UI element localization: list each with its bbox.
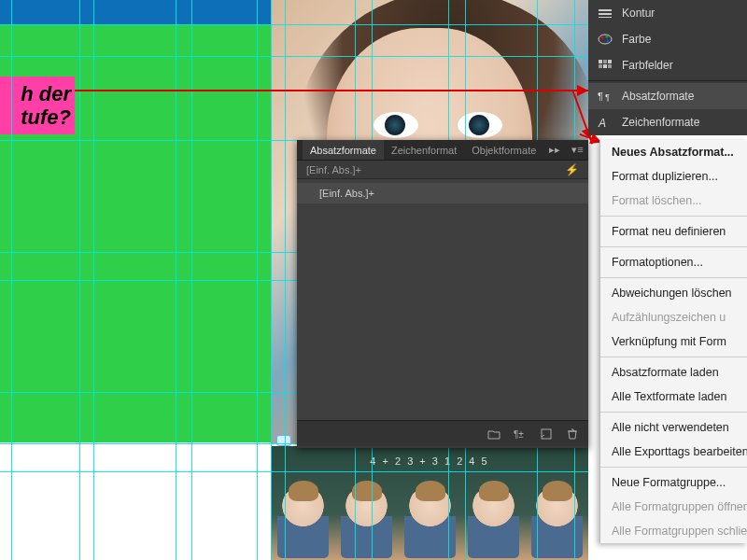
rail-item-farbe[interactable]: Farbe	[588, 26, 747, 52]
panel-footer: ¶±	[297, 420, 588, 446]
link-icon	[276, 435, 291, 446]
blue-rectangle	[0, 0, 271, 24]
svg-rect-10	[599, 64, 602, 68]
menu-neue-formatgruppe[interactable]: Neue Formatgruppe...	[600, 470, 747, 495]
paragraph-styles-icon: ¶¶	[598, 90, 613, 103]
rail-label: Farbe	[622, 33, 651, 46]
menu-format-duplizieren[interactable]: Format duplizieren...	[600, 164, 747, 189]
svg-rect-7	[599, 60, 602, 63]
menu-aufzaehlungszeichen: Aufzählungszeichen u	[600, 305, 747, 329]
menu-verknuepfung[interactable]: Verknüpfung mit Form	[600, 329, 747, 354]
menu-formatoptionen[interactable]: Formatoptionen...	[600, 250, 747, 274]
menu-format-neu-definieren[interactable]: Format neu definieren	[600, 219, 747, 244]
text-line: tufe?	[21, 105, 71, 129]
rail-label: Kontur	[622, 7, 655, 20]
svg-text:¶: ¶	[598, 91, 603, 102]
rail-item-absatzformate[interactable]: ¶¶ Absatzformate	[588, 83, 747, 109]
swatches-icon	[598, 59, 613, 72]
menu-alle-textformate-laden[interactable]: Alle Textformate laden	[600, 385, 747, 409]
tab-absatzformate[interactable]: Absatzformate	[303, 140, 384, 160]
menu-abweichungen-loeschen[interactable]: Abweichungen löschen	[600, 281, 747, 305]
menu-format-loeschen: Format löschen...	[600, 189, 747, 213]
panel-dock: Kontur Farbe Farbfelder ¶¶ Absatzformate…	[588, 0, 747, 135]
menu-alle-exporttags[interactable]: Alle Exporttags bearbeiten	[600, 440, 747, 464]
rail-label: Zeichenformate	[622, 116, 699, 129]
style-list[interactable]: [Einf. Abs.]+	[297, 179, 588, 420]
svg-rect-2	[599, 17, 612, 18]
svg-rect-1	[599, 13, 612, 15]
menu-absatzformate-laden[interactable]: Absatzformate laden	[600, 360, 747, 385]
menu-alle-nicht-verwendeten[interactable]: Alle nicht verwendeten	[600, 415, 747, 440]
style-item-basic-paragraph[interactable]: [Einf. Abs.]+	[297, 183, 588, 203]
svg-rect-0	[599, 9, 612, 11]
color-icon	[598, 33, 613, 46]
svg-point-4	[601, 36, 604, 39]
tab-objektformate[interactable]: Objektformate	[464, 140, 543, 160]
svg-point-5	[606, 35, 609, 38]
character-styles-icon: A	[598, 116, 613, 129]
text-line: h der	[21, 82, 71, 105]
trash-icon[interactable]	[566, 427, 579, 441]
svg-rect-17	[542, 429, 551, 439]
rail-label: Absatzformate	[622, 90, 694, 103]
svg-text:¶±: ¶±	[514, 429, 524, 440]
rail-item-zeichenformate[interactable]: A Zeichenformate	[588, 109, 747, 135]
panel-tab-bar: Absatzformate Zeichenformat Objektformat…	[297, 140, 588, 161]
menu-neues-absatzformat[interactable]: Neues Absatzformat...	[600, 140, 747, 164]
rail-item-kontur[interactable]: Kontur	[588, 0, 747, 26]
svg-point-3	[599, 35, 612, 44]
placed-image-classroom[interactable]: 4 + 2 3 + 3 1 2 4 5	[271, 446, 588, 560]
collapse-icon[interactable]: ▸▸	[543, 144, 566, 156]
folder-icon[interactable]	[487, 427, 500, 441]
absatzformate-panel: Absatzformate Zeichenformat Objektformat…	[297, 140, 588, 448]
tab-zeichenformate[interactable]: Zeichenformat	[384, 140, 464, 160]
svg-text:¶: ¶	[605, 92, 610, 102]
svg-rect-9	[608, 60, 612, 63]
svg-rect-11	[603, 64, 607, 68]
chalkboard-text: 4 + 2 3 + 3 1 2 4 5	[271, 455, 588, 467]
stroke-icon	[598, 7, 613, 20]
quick-apply-icon[interactable]: ⚡	[565, 163, 579, 176]
rail-label: Farbfelder	[622, 59, 673, 72]
menu-alle-formatgruppen-schliessen: Alle Formatgruppen schließen	[600, 519, 747, 543]
clear-overrides-icon[interactable]: ¶±	[514, 427, 527, 441]
menu-alle-formatgruppen-oeffnen: Alle Formatgruppen öffnen	[600, 495, 747, 519]
panel-status-row: [Einf. Abs.]+ ⚡	[297, 161, 588, 179]
current-style-name: [Einf. Abs.]+	[306, 164, 361, 175]
panel-menu-icon[interactable]: ▾≡	[566, 144, 588, 156]
panel-context-menu: Neues Absatzformat... Format duplizieren…	[599, 140, 747, 543]
svg-text:A: A	[598, 117, 606, 129]
svg-rect-8	[603, 60, 607, 63]
svg-point-6	[607, 40, 610, 43]
rail-item-farbfelder[interactable]: Farbfelder	[588, 52, 747, 78]
svg-rect-12	[608, 64, 612, 68]
new-style-icon[interactable]	[540, 427, 553, 441]
